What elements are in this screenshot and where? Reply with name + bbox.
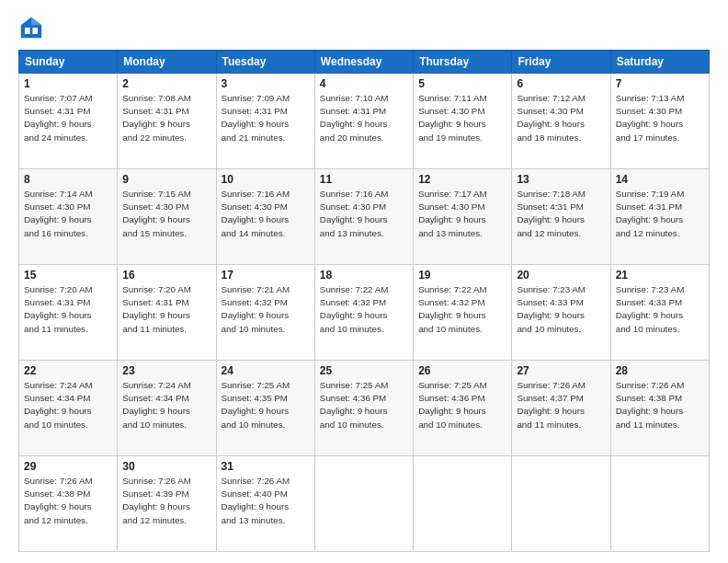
calendar-cell: 10Sunrise: 7:16 AM Sunset: 4:30 PM Dayli… [216, 169, 314, 265]
day-number: 9 [122, 173, 210, 186]
calendar-cell [314, 456, 413, 552]
calendar-week-2: 8Sunrise: 7:14 AM Sunset: 4:30 PM Daylig… [19, 169, 710, 265]
calendar-cell: 28Sunrise: 7:26 AM Sunset: 4:38 PM Dayli… [610, 361, 709, 456]
calendar-cell: 4Sunrise: 7:10 AM Sunset: 4:31 PM Daylig… [314, 74, 413, 169]
calendar-cell: 30Sunrise: 7:26 AM Sunset: 4:39 PM Dayli… [118, 456, 216, 552]
logo-icon [18, 15, 44, 40]
day-number: 24 [222, 364, 310, 377]
day-number: 31 [222, 460, 310, 473]
day-header-thursday: Thursday [414, 51, 512, 74]
day-number: 23 [122, 364, 210, 377]
day-info: Sunrise: 7:25 AM Sunset: 4:36 PM Dayligh… [418, 379, 506, 431]
header-row: SundayMondayTuesdayWednesdayThursdayFrid… [19, 51, 710, 74]
calendar-cell [610, 456, 709, 552]
day-number: 13 [517, 173, 605, 186]
calendar-cell: 12Sunrise: 7:17 AM Sunset: 4:30 PM Dayli… [414, 169, 512, 265]
day-info: Sunrise: 7:17 AM Sunset: 4:30 PM Dayligh… [418, 188, 506, 240]
calendar-cell: 6Sunrise: 7:12 AM Sunset: 4:30 PM Daylig… [512, 74, 610, 169]
day-info: Sunrise: 7:14 AM Sunset: 4:30 PM Dayligh… [24, 188, 112, 240]
calendar-cell: 18Sunrise: 7:22 AM Sunset: 4:32 PM Dayli… [314, 265, 413, 361]
day-number: 6 [517, 77, 605, 90]
day-number: 27 [517, 364, 605, 377]
day-info: Sunrise: 7:22 AM Sunset: 4:32 PM Dayligh… [320, 283, 408, 336]
calendar-week-3: 15Sunrise: 7:20 AM Sunset: 4:31 PM Dayli… [19, 265, 710, 361]
calendar-cell: 27Sunrise: 7:26 AM Sunset: 4:37 PM Dayli… [512, 361, 610, 456]
page: SundayMondayTuesdayWednesdayThursdayFrid… [0, 0, 728, 563]
day-number: 15 [24, 269, 112, 282]
calendar-cell: 24Sunrise: 7:25 AM Sunset: 4:35 PM Dayli… [216, 361, 314, 456]
day-number: 30 [122, 460, 210, 473]
day-number: 26 [418, 364, 506, 377]
calendar-cell: 8Sunrise: 7:14 AM Sunset: 4:30 PM Daylig… [19, 169, 118, 265]
day-info: Sunrise: 7:10 AM Sunset: 4:31 PM Dayligh… [320, 92, 408, 144]
day-info: Sunrise: 7:07 AM Sunset: 4:31 PM Dayligh… [24, 92, 112, 144]
calendar-week-1: 1Sunrise: 7:07 AM Sunset: 4:31 PM Daylig… [19, 74, 710, 169]
calendar-week-4: 22Sunrise: 7:24 AM Sunset: 4:34 PM Dayli… [19, 361, 710, 456]
day-header-monday: Monday [118, 51, 216, 74]
calendar-cell: 13Sunrise: 7:18 AM Sunset: 4:31 PM Dayli… [512, 169, 610, 265]
day-info: Sunrise: 7:26 AM Sunset: 4:37 PM Dayligh… [517, 379, 605, 431]
day-info: Sunrise: 7:21 AM Sunset: 4:32 PM Dayligh… [222, 283, 310, 336]
day-number: 14 [616, 173, 704, 186]
calendar-cell: 2Sunrise: 7:08 AM Sunset: 4:31 PM Daylig… [118, 74, 216, 169]
calendar: SundayMondayTuesdayWednesdayThursdayFrid… [18, 50, 710, 552]
calendar-cell: 29Sunrise: 7:26 AM Sunset: 4:38 PM Dayli… [19, 456, 118, 552]
calendar-cell [414, 456, 512, 552]
day-header-saturday: Saturday [610, 51, 709, 74]
day-header-tuesday: Tuesday [216, 51, 314, 74]
day-info: Sunrise: 7:25 AM Sunset: 4:35 PM Dayligh… [222, 379, 310, 431]
calendar-cell: 20Sunrise: 7:23 AM Sunset: 4:33 PM Dayli… [512, 265, 610, 361]
day-number: 3 [222, 77, 310, 90]
day-number: 22 [24, 364, 112, 377]
calendar-cell: 22Sunrise: 7:24 AM Sunset: 4:34 PM Dayli… [19, 361, 118, 456]
day-number: 28 [616, 364, 704, 377]
day-info: Sunrise: 7:26 AM Sunset: 4:38 PM Dayligh… [24, 475, 112, 527]
day-info: Sunrise: 7:20 AM Sunset: 4:31 PM Dayligh… [24, 283, 112, 336]
svg-rect-2 [25, 28, 30, 34]
day-info: Sunrise: 7:26 AM Sunset: 4:39 PM Dayligh… [122, 475, 210, 527]
day-info: Sunrise: 7:13 AM Sunset: 4:30 PM Dayligh… [616, 92, 704, 144]
day-header-friday: Friday [512, 51, 610, 74]
calendar-cell: 14Sunrise: 7:19 AM Sunset: 4:31 PM Dayli… [610, 169, 709, 265]
day-info: Sunrise: 7:19 AM Sunset: 4:31 PM Dayligh… [616, 188, 704, 240]
day-info: Sunrise: 7:24 AM Sunset: 4:34 PM Dayligh… [24, 379, 112, 431]
day-info: Sunrise: 7:22 AM Sunset: 4:32 PM Dayligh… [418, 283, 506, 336]
day-number: 21 [616, 269, 704, 282]
calendar-cell: 21Sunrise: 7:23 AM Sunset: 4:33 PM Dayli… [610, 265, 709, 361]
day-number: 20 [517, 269, 605, 282]
calendar-cell: 1Sunrise: 7:07 AM Sunset: 4:31 PM Daylig… [19, 74, 118, 169]
calendar-cell: 19Sunrise: 7:22 AM Sunset: 4:32 PM Dayli… [414, 265, 512, 361]
calendar-cell: 25Sunrise: 7:25 AM Sunset: 4:36 PM Dayli… [314, 361, 413, 456]
day-info: Sunrise: 7:24 AM Sunset: 4:34 PM Dayligh… [122, 379, 210, 431]
day-info: Sunrise: 7:08 AM Sunset: 4:31 PM Dayligh… [122, 92, 210, 144]
day-number: 17 [222, 269, 310, 282]
day-info: Sunrise: 7:12 AM Sunset: 4:30 PM Dayligh… [517, 92, 605, 144]
day-info: Sunrise: 7:26 AM Sunset: 4:40 PM Dayligh… [222, 475, 310, 527]
calendar-cell: 23Sunrise: 7:24 AM Sunset: 4:34 PM Dayli… [118, 361, 216, 456]
calendar-cell: 31Sunrise: 7:26 AM Sunset: 4:40 PM Dayli… [216, 456, 314, 552]
calendar-cell: 16Sunrise: 7:20 AM Sunset: 4:31 PM Dayli… [118, 265, 216, 361]
day-info: Sunrise: 7:18 AM Sunset: 4:31 PM Dayligh… [517, 188, 605, 240]
calendar-header: SundayMondayTuesdayWednesdayThursdayFrid… [19, 51, 710, 74]
day-number: 12 [418, 173, 506, 186]
day-number: 10 [222, 173, 310, 186]
day-info: Sunrise: 7:09 AM Sunset: 4:31 PM Dayligh… [222, 92, 310, 144]
day-number: 29 [24, 460, 112, 473]
calendar-cell: 9Sunrise: 7:15 AM Sunset: 4:30 PM Daylig… [118, 169, 216, 265]
calendar-cell: 11Sunrise: 7:16 AM Sunset: 4:30 PM Dayli… [314, 169, 413, 265]
day-number: 18 [320, 269, 408, 282]
header [18, 15, 710, 40]
day-header-wednesday: Wednesday [314, 51, 413, 74]
day-number: 16 [122, 269, 210, 282]
day-info: Sunrise: 7:26 AM Sunset: 4:38 PM Dayligh… [616, 379, 704, 431]
day-info: Sunrise: 7:25 AM Sunset: 4:36 PM Dayligh… [320, 379, 408, 431]
logo [18, 15, 48, 40]
day-info: Sunrise: 7:16 AM Sunset: 4:30 PM Dayligh… [320, 188, 408, 240]
calendar-body: 1Sunrise: 7:07 AM Sunset: 4:31 PM Daylig… [19, 74, 710, 552]
day-info: Sunrise: 7:20 AM Sunset: 4:31 PM Dayligh… [122, 283, 210, 336]
svg-marker-1 [31, 17, 41, 25]
calendar-cell: 17Sunrise: 7:21 AM Sunset: 4:32 PM Dayli… [216, 265, 314, 361]
day-info: Sunrise: 7:23 AM Sunset: 4:33 PM Dayligh… [517, 283, 605, 336]
day-number: 4 [320, 77, 408, 90]
calendar-cell: 5Sunrise: 7:11 AM Sunset: 4:30 PM Daylig… [414, 74, 512, 169]
